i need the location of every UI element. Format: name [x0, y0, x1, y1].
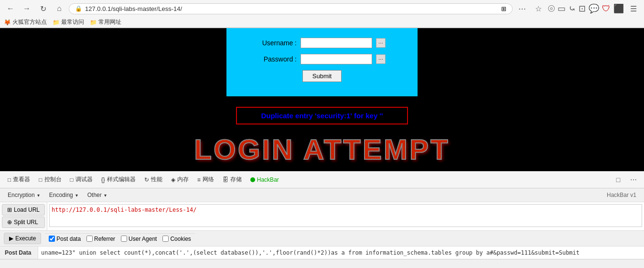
devtools-right: □ ⋯ — [612, 173, 640, 186]
split-url-icon: ⊕ — [7, 219, 12, 226]
username-btn[interactable]: ⋯ — [376, 38, 386, 48]
browser-chrome: ← → ↻ ⌂ 🔒 ⊞ ⋯ ☆ ⦾ ▭ ⤿ ⊡ 💬 🛡 ⬛ ☰ 🦊 火狐官方站点… — [0, 0, 644, 28]
postdata-checkbox-label: Post data — [56, 236, 81, 242]
execute-row: ▶ Execute Post data Referrer User Agent … — [0, 230, 644, 246]
devtools-more-button[interactable]: ⋯ — [627, 173, 640, 186]
menu-button[interactable]: ⋯ — [515, 2, 529, 15]
username-row: Username : ⋯ — [241, 38, 403, 48]
encryption-button[interactable]: Encryption ▾ — [4, 190, 43, 200]
cookies-checkbox[interactable] — [162, 236, 169, 242]
url-area: http://127.0.0.1/sqli-labs-master/Less-1… — [47, 202, 644, 230]
useragent-checkbox[interactable] — [121, 236, 127, 242]
other-button[interactable]: Other ▾ — [84, 190, 110, 200]
debugger-icon: □ — [70, 176, 74, 183]
devtools-bar: □ 查看器 □ 控制台 □ 调试器 {} 样式编辑器 ↻ 性能 ◈ 内存 ≡ 网… — [0, 171, 644, 188]
folder-icon: 📁 — [53, 19, 60, 26]
hackbar-dot-icon — [250, 177, 255, 182]
qr-icon: ⊞ — [501, 5, 506, 12]
synced-icon: ⤿ — [569, 3, 576, 14]
hackbar-toolbar-left: Encryption ▾ Encoding ▾ Other ▾ — [4, 190, 110, 200]
username-input[interactable] — [301, 38, 372, 48]
bookmark-label: 最常访问 — [61, 18, 84, 26]
shield-icon: 🛡 — [602, 4, 611, 14]
password-input[interactable] — [301, 54, 372, 64]
login-box: Username : ⋯ Password : ⋯ Submit — [226, 28, 418, 96]
folder-icon: 📁 — [90, 19, 97, 26]
screenshot-icon: ⊡ — [579, 3, 586, 14]
bookmark-label: 火狐官方站点 — [12, 18, 47, 26]
error-message: Duplicate entry 'security:1' for key '' — [261, 112, 383, 120]
execute-label: Execute — [15, 235, 36, 242]
memory-icon: ◈ — [171, 176, 175, 183]
url-textarea[interactable]: http://127.0.0.1/sqli-labs-master/Less-1… — [49, 204, 642, 227]
hackbar-version: HackBar v1 — [607, 192, 640, 198]
hamburger-button[interactable]: ☰ — [627, 2, 640, 15]
other-label: Other — [87, 192, 102, 198]
devtool-tab-storage[interactable]: 🗄 存储 — [219, 174, 246, 186]
cookies-checkbox-label: Cookies — [170, 236, 191, 242]
inspector-icon: □ — [8, 176, 11, 183]
forward-button[interactable]: → — [20, 2, 33, 15]
storage-icon: 🗄 — [223, 176, 228, 183]
bookmark-label: 常用网址 — [98, 18, 121, 26]
devtool-tab-perf[interactable]: ↻ 性能 — [140, 174, 166, 186]
login-attempt-text: LOGIN ATTEMPT — [194, 133, 450, 166]
devtool-tab-hackbar[interactable]: HackBar — [247, 175, 283, 185]
devtool-tab-inspector[interactable]: □ 查看器 — [4, 174, 34, 186]
devtool-tab-debugger[interactable]: □ 调试器 — [66, 174, 97, 186]
password-btn[interactable]: ⋯ — [376, 54, 386, 64]
devtool-tab-network[interactable]: ≡ 网络 — [193, 174, 218, 186]
bookmark-button[interactable]: ☆ — [532, 2, 545, 15]
firefox-icon: 🦊 — [4, 19, 11, 26]
hackbar-left-buttons: ⊞ Load URL ⊕ Split URL — [0, 202, 47, 230]
library-icon: ⦾ — [548, 4, 555, 14]
postdata-row: Post Data — [0, 246, 644, 259]
chat-icon: 💬 — [589, 3, 599, 14]
network-label: 网络 — [203, 175, 214, 184]
load-url-icon: ⊞ — [7, 206, 12, 213]
postdata-checkbox-item[interactable]: Post data — [49, 236, 81, 242]
devtool-tab-style[interactable]: {} 样式编辑器 — [97, 174, 140, 186]
address-bar[interactable]: 🔒 ⊞ — [69, 3, 513, 14]
back-button[interactable]: ← — [4, 2, 17, 15]
perf-label: 性能 — [151, 175, 162, 184]
hackbar-toolbar: Encryption ▾ Encoding ▾ Other ▾ HackBar … — [0, 188, 644, 202]
devtool-tab-memory[interactable]: ◈ 内存 — [167, 174, 193, 186]
bookmark-recent[interactable]: 📁 最常访问 — [53, 18, 84, 26]
inspector-label: 查看器 — [13, 175, 30, 184]
bookmark-firefox[interactable]: 🦊 火狐官方站点 — [4, 18, 47, 26]
cookies-checkbox-item[interactable]: Cookies — [162, 236, 191, 242]
referrer-checkbox[interactable] — [86, 236, 93, 242]
encoding-button[interactable]: Encoding ▾ — [45, 190, 82, 200]
devtools-dock-button[interactable]: □ — [612, 173, 625, 186]
hackbar-tab-label: HackBar — [257, 176, 279, 183]
submit-button[interactable]: Submit — [302, 70, 342, 82]
debugger-label: 调试器 — [75, 175, 93, 184]
encoding-label: Encoding — [49, 192, 73, 198]
useragent-checkbox-label: User Agent — [129, 236, 157, 242]
error-box: Duplicate entry 'security:1' for key '' — [236, 107, 408, 124]
postdata-checkbox[interactable] — [49, 236, 55, 242]
url-input[interactable] — [85, 5, 498, 12]
postdata-input[interactable] — [38, 247, 644, 259]
username-label: Username : — [258, 39, 297, 47]
addon-icon: ⬛ — [613, 3, 624, 14]
bookmark-common[interactable]: 📁 常用网址 — [90, 18, 121, 26]
postdata-row-label: Post Data — [0, 247, 38, 259]
page-content: Username : ⋯ Password : ⋯ Submit Duplica… — [0, 28, 644, 171]
split-url-label: Split URL — [14, 219, 38, 226]
load-url-button[interactable]: ⊞ Load URL — [2, 204, 45, 216]
console-icon: □ — [39, 176, 42, 183]
memory-label: 内存 — [177, 175, 189, 184]
sidebar-icon: ▭ — [558, 3, 566, 14]
refresh-button[interactable]: ↻ — [36, 2, 50, 15]
useragent-checkbox-item[interactable]: User Agent — [121, 236, 157, 242]
hackbar-body: ⊞ Load URL ⊕ Split URL http://127.0.0.1/… — [0, 202, 644, 230]
devtool-tab-console[interactable]: □ 控制台 — [35, 174, 65, 186]
execute-button[interactable]: ▶ Execute — [4, 233, 41, 244]
checkbox-row: Post data Referrer User Agent Cookies — [45, 233, 194, 244]
home-button[interactable]: ⌂ — [53, 2, 66, 15]
split-url-button[interactable]: ⊕ Split URL — [2, 216, 45, 228]
referrer-checkbox-item[interactable]: Referrer — [86, 236, 115, 242]
password-row: Password : ⋯ — [241, 54, 403, 64]
